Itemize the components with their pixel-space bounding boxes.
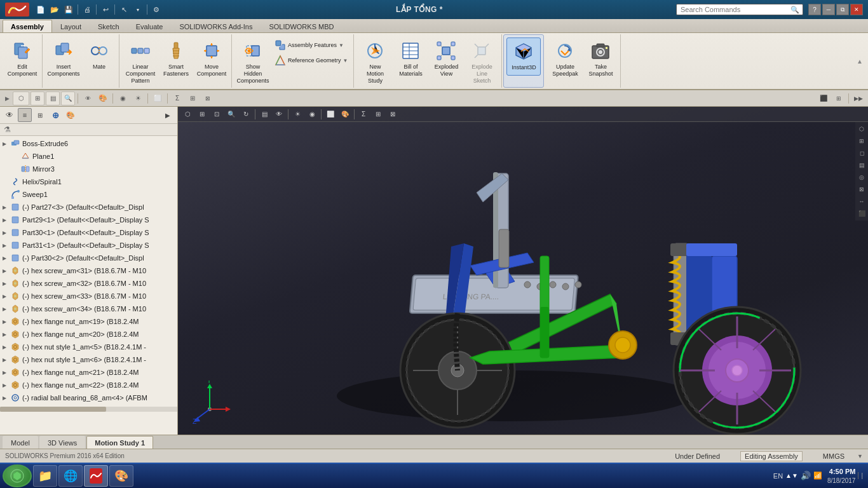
appearances-button[interactable]: 🎨: [96, 92, 110, 105]
render-button[interactable]: ◉: [116, 92, 130, 105]
open-button-qa[interactable]: 📂: [48, 3, 61, 16]
panel-color-button[interactable]: 🎨: [64, 108, 78, 122]
taskbar-file-explorer[interactable]: 📁: [33, 465, 57, 487]
rmp-btn-4[interactable]: ▤: [856, 159, 867, 171]
vp-zoom-button[interactable]: 🔍: [224, 108, 238, 121]
tree-item-hex-flange-21[interactable]: ▶ (-) hex flange nut_am<21> (B18.2.4M: [0, 366, 177, 379]
vp-render-button[interactable]: ◉: [305, 108, 319, 121]
rmp-btn-5[interactable]: ◎: [856, 172, 867, 183]
mate-button[interactable]: Mate: [82, 37, 116, 75]
start-button[interactable]: [3, 464, 32, 487]
tree-item-hex-screw-33[interactable]: ▶ (-) hex screw_am<33> (B18.6.7M - M10: [0, 290, 177, 302]
tab-3d-views[interactable]: 3D Views: [39, 436, 85, 449]
panel-grid-button[interactable]: ⊞: [33, 108, 47, 122]
save-button-qa[interactable]: 💾: [62, 3, 75, 16]
instant3d-button[interactable]: Instant3D: [506, 37, 541, 76]
vp-hide-button[interactable]: 👁: [272, 108, 286, 121]
reference-geometry-button[interactable]: Reference Geometry ▼: [271, 53, 351, 67]
tree-item-part29[interactable]: ▶ Part29<1> (Default<<Default>_Display S: [0, 214, 177, 226]
panel-eye-button[interactable]: 👁: [3, 108, 17, 122]
edit-component-button[interactable]: EditComponent: [5, 37, 39, 80]
tree-item-sweep1[interactable]: Sweep1: [0, 188, 177, 201]
tree-item-mirror3[interactable]: Mirror3: [0, 163, 177, 175]
new-motion-study-button[interactable]: NewMotionStudy: [358, 37, 392, 86]
explode-line-sketch-button[interactable]: ExplodeLineSketch: [465, 37, 499, 86]
rmp-btn-1[interactable]: ⬡: [856, 123, 867, 135]
search-input[interactable]: [676, 4, 803, 15]
settings-button[interactable]: ⚙: [150, 3, 163, 16]
ribbon-collapse-button[interactable]: ▲: [857, 58, 863, 65]
minimize-button[interactable]: ─: [822, 4, 835, 15]
tree-item-hex-flange-22[interactable]: ▶ (-) hex flange nut_am<22> (B18.2.4M: [0, 379, 177, 391]
measure-button-2[interactable]: ⊞: [186, 92, 200, 105]
measure-button[interactable]: Σ: [170, 92, 184, 105]
tree-item-plane1[interactable]: Plane1: [0, 150, 177, 163]
show-hidden-components-button[interactable]: ShowHiddenComponents: [236, 37, 270, 86]
measure-button-3[interactable]: ⊠: [201, 92, 215, 105]
vp-materials-button[interactable]: 🎨: [338, 108, 352, 121]
view-section-button[interactable]: ⊞: [31, 92, 44, 105]
tab-layout[interactable]: Layout: [52, 20, 90, 32]
rmp-btn-6[interactable]: ⊠: [856, 184, 867, 195]
panel-list-button[interactable]: ≡: [18, 108, 32, 122]
vp-rotate-button[interactable]: ↻: [239, 108, 253, 121]
tray-show-desktop[interactable]: |: [858, 472, 863, 479]
taskbar-chrome[interactable]: 🌐: [58, 465, 83, 487]
new-button[interactable]: 📄: [34, 3, 47, 16]
vp-lights-button[interactable]: ☀: [290, 108, 304, 121]
hide-show-button[interactable]: 👁: [81, 92, 95, 105]
view-zoom-button[interactable]: 🔍: [61, 92, 75, 105]
tab-model[interactable]: Model: [3, 436, 38, 449]
view-settings-button[interactable]: ⬛: [817, 92, 831, 105]
help-button[interactable]: ?: [808, 4, 821, 15]
vp-scene-button[interactable]: ⬜: [323, 108, 337, 121]
tree-item-hex-nut-6[interactable]: ▶ (-) hex nut style 1_am<6> (B18.2.4.1M …: [0, 353, 177, 366]
tab-assembly[interactable]: Assembly: [3, 20, 52, 32]
vp-extras-button[interactable]: ⊠: [386, 108, 400, 121]
smart-fasteners-button[interactable]: SmartFasteners: [159, 37, 193, 80]
vp-stats-button[interactable]: ⊞: [371, 108, 385, 121]
tab-solidworks-mbd[interactable]: SOLIDWORKS MBD: [261, 20, 342, 32]
select-arrow[interactable]: ▼: [132, 3, 144, 16]
tree-item-part27[interactable]: ▶ (-) Part27<3> (Default<<Default>_Displ: [0, 201, 177, 214]
units-arrow[interactable]: ▼: [857, 453, 863, 459]
assembly-features-button[interactable]: Assembly Features ▼: [271, 38, 351, 52]
insert-components-button[interactable]: InsertComponents: [46, 37, 81, 80]
toolbar-expand[interactable]: ▶: [3, 94, 11, 103]
tree-item-hex-screw-31[interactable]: ▶ (-) hex screw_am<31> (B18.6.7M - M10: [0, 264, 177, 277]
tree-item-hex-flange-19[interactable]: ▶ (-) hex flange nut_am<19> (B18.2.4M: [0, 315, 177, 328]
tab-sketch[interactable]: Sketch: [90, 20, 128, 32]
vp-orientation-button[interactable]: ⬡: [180, 108, 194, 121]
panel-expand-button[interactable]: ▶: [161, 108, 175, 122]
restore-button[interactable]: ⧉: [836, 4, 849, 15]
update-speedpak-button[interactable]: UpdateSpeedpak: [548, 37, 582, 80]
view-orientation-button[interactable]: ⬡: [13, 92, 29, 105]
tree-item-radial-bearing[interactable]: ▶ (-) radial ball bearing_68_am<4> (AFBM: [0, 391, 177, 404]
rmp-btn-8[interactable]: ⬛: [856, 208, 867, 219]
move-component-button[interactable]: MoveComponent: [194, 37, 229, 80]
tree-item-part30a[interactable]: ▶ Part30<1> (Default<<Default>_Display S: [0, 226, 177, 239]
undo-button[interactable]: ↩: [99, 3, 112, 16]
tab-motion-study-1[interactable]: Motion Study 1: [86, 436, 153, 449]
tab-evaluate[interactable]: Evaluate: [128, 20, 172, 32]
view-display-button[interactable]: ▤: [46, 92, 60, 105]
vp-zoom-to-fit[interactable]: ⊡: [210, 108, 224, 121]
tab-solidworks-addins[interactable]: SOLIDWORKS Add-Ins: [171, 20, 261, 32]
viewport-layout-button[interactable]: ⊞: [832, 92, 846, 105]
panel-plus-button[interactable]: ⊕: [48, 108, 62, 122]
linear-component-pattern-button[interactable]: LinearComponentPattern: [123, 37, 158, 86]
tree-item-boss-extrude6[interactable]: ▶ Boss-Extrude6: [0, 137, 177, 150]
taskbar-paint[interactable]: 🎨: [109, 465, 133, 487]
rmp-btn-7[interactable]: ↔: [856, 196, 867, 207]
tree-item-part31[interactable]: ▶ Part31<1> (Default<<Default>_Display S: [0, 239, 177, 252]
tree-item-hex-nut-5[interactable]: ▶ (-) hex nut style 1_am<5> (B18.2.4.1M …: [0, 341, 177, 353]
tree-item-helix[interactable]: Helix/Spiral1: [0, 175, 177, 188]
tree-item-hex-screw-32[interactable]: ▶ (-) hex screw_am<32> (B18.6.7M - M10: [0, 277, 177, 290]
scene-button[interactable]: ☀: [131, 92, 145, 105]
print-button[interactable]: 🖨: [81, 3, 93, 16]
tree-item-hex-flange-20[interactable]: ▶ (-) hex flange nut_am<20> (B18.2.4M: [0, 328, 177, 341]
expand-button[interactable]: ▶▶: [851, 92, 865, 105]
select-button[interactable]: ↖: [118, 3, 130, 16]
taskbar-solidworks[interactable]: [84, 465, 108, 487]
tree-item-hex-screw-34[interactable]: ▶ (-) hex screw_am<34> (B18.6.7M - M10: [0, 302, 177, 315]
